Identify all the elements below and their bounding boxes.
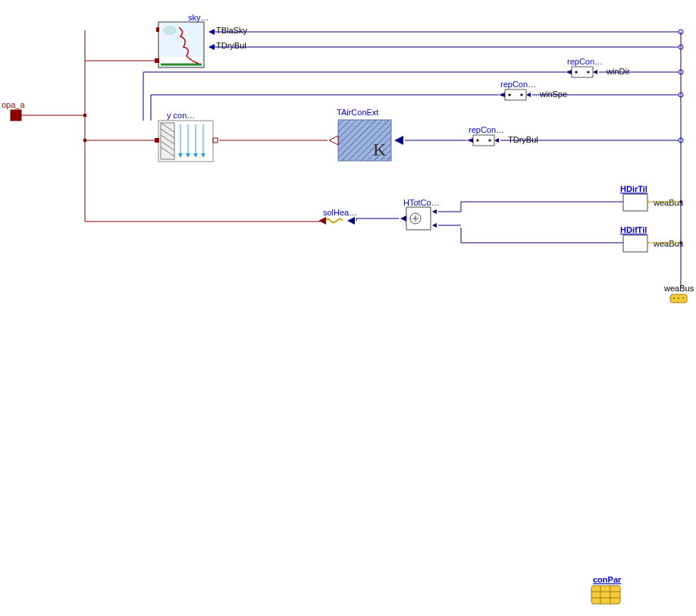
port-opa-a[interactable]: opa_a bbox=[2, 100, 25, 121]
svg-rect-54 bbox=[156, 27, 159, 32]
svg-text:HTotCo…: HTotCo… bbox=[403, 198, 440, 207]
svg-marker-28 bbox=[467, 138, 473, 143]
svg-marker-76 bbox=[347, 217, 355, 225]
svg-marker-22 bbox=[499, 93, 505, 97]
block-sky[interactable]: sky… bbox=[158, 13, 209, 68]
svg-text:repCon…: repCon… bbox=[500, 80, 536, 89]
svg-point-4 bbox=[164, 27, 176, 34]
svg-marker-75 bbox=[318, 217, 326, 225]
signal-windir-label: winDir bbox=[606, 67, 630, 76]
svg-marker-21 bbox=[526, 93, 531, 97]
signal-winspe-label: winSpe bbox=[539, 90, 567, 99]
diagram-canvas: opa_a sky… TBlaSky TDryBul repCon… winDi… bbox=[0, 0, 696, 616]
svg-rect-52 bbox=[83, 114, 86, 117]
svg-rect-57 bbox=[623, 194, 647, 211]
block-tairconext[interactable]: TAirConExt K bbox=[329, 108, 403, 161]
connector-solhea[interactable]: solHea… bbox=[318, 208, 357, 225]
block-htotco[interactable]: HTotCo… bbox=[400, 198, 440, 230]
kelvin-symbol: K bbox=[373, 140, 387, 159]
block-repcon-winspe[interactable]: repCon… winSpe bbox=[499, 80, 567, 100]
svg-rect-34 bbox=[161, 123, 174, 159]
svg-point-30 bbox=[488, 139, 491, 141]
svg-text:TDryBul: TDryBul bbox=[216, 41, 246, 50]
block-sky-label: sky… bbox=[188, 13, 209, 22]
svg-text:solHea…: solHea… bbox=[323, 208, 357, 217]
signal-tdrybul-top: TDryBul bbox=[208, 41, 246, 50]
svg-point-24 bbox=[520, 93, 522, 96]
svg-point-60 bbox=[647, 201, 650, 203]
svg-marker-16 bbox=[566, 70, 572, 74]
svg-marker-48 bbox=[329, 136, 338, 145]
svg-text:TBlaSky: TBlaSky bbox=[216, 26, 247, 35]
block-conpar[interactable]: conPar bbox=[591, 575, 622, 604]
svg-rect-83 bbox=[591, 586, 620, 604]
port-opa-a-label: opa_a bbox=[2, 100, 25, 109]
svg-marker-72 bbox=[400, 215, 406, 222]
svg-text:repCon…: repCon… bbox=[469, 125, 504, 134]
svg-point-23 bbox=[508, 93, 510, 96]
signal-tblasky: TBlaSky bbox=[208, 26, 247, 35]
svg-marker-15 bbox=[593, 70, 597, 74]
svg-rect-51 bbox=[155, 138, 159, 143]
svg-rect-26 bbox=[473, 135, 494, 146]
svg-marker-6 bbox=[208, 29, 215, 35]
block-repcon-tdrybul[interactable]: repCon… TDryBul bbox=[467, 125, 538, 146]
svg-point-81 bbox=[682, 297, 684, 299]
signal-tdrybul-mid-label: TDryBul bbox=[508, 135, 538, 144]
svg-point-79 bbox=[673, 297, 675, 299]
svg-point-17 bbox=[575, 71, 577, 73]
svg-point-64 bbox=[647, 242, 650, 244]
block-hdirtil[interactable]: HDirTil weaBus bbox=[620, 184, 684, 211]
svg-marker-8 bbox=[208, 44, 215, 50]
svg-text:conPar: conPar bbox=[593, 575, 622, 584]
svg-rect-61 bbox=[623, 235, 647, 252]
svg-point-80 bbox=[678, 297, 679, 299]
block-con[interactable]: y con… bbox=[158, 111, 218, 162]
svg-text:weaBus: weaBus bbox=[663, 284, 694, 293]
svg-rect-0 bbox=[11, 110, 21, 121]
svg-point-18 bbox=[587, 71, 589, 73]
svg-rect-14 bbox=[572, 67, 593, 77]
svg-marker-70 bbox=[432, 209, 437, 214]
svg-text:TAirConExt: TAirConExt bbox=[337, 108, 378, 117]
svg-marker-71 bbox=[432, 223, 437, 228]
svg-rect-20 bbox=[505, 90, 526, 100]
svg-marker-27 bbox=[494, 138, 499, 143]
port-weabus[interactable]: weaBus bbox=[663, 284, 694, 303]
svg-text:weaBus: weaBus bbox=[653, 239, 684, 248]
svg-text:y   con…: y con… bbox=[167, 111, 195, 120]
svg-text:weaBus: weaBus bbox=[653, 198, 684, 207]
svg-rect-50 bbox=[155, 58, 159, 63]
svg-text:repCon…: repCon… bbox=[567, 57, 603, 66]
svg-rect-43 bbox=[213, 138, 218, 143]
svg-rect-53 bbox=[83, 139, 86, 142]
svg-point-29 bbox=[476, 139, 478, 141]
block-hdiftil[interactable]: HDifTil weaBus bbox=[620, 225, 684, 252]
svg-text:HDirTil: HDirTil bbox=[620, 184, 647, 193]
svg-text:HDifTil: HDifTil bbox=[620, 225, 647, 234]
svg-marker-49 bbox=[394, 136, 403, 145]
block-repcon-windir[interactable]: repCon… winDir bbox=[566, 57, 630, 77]
